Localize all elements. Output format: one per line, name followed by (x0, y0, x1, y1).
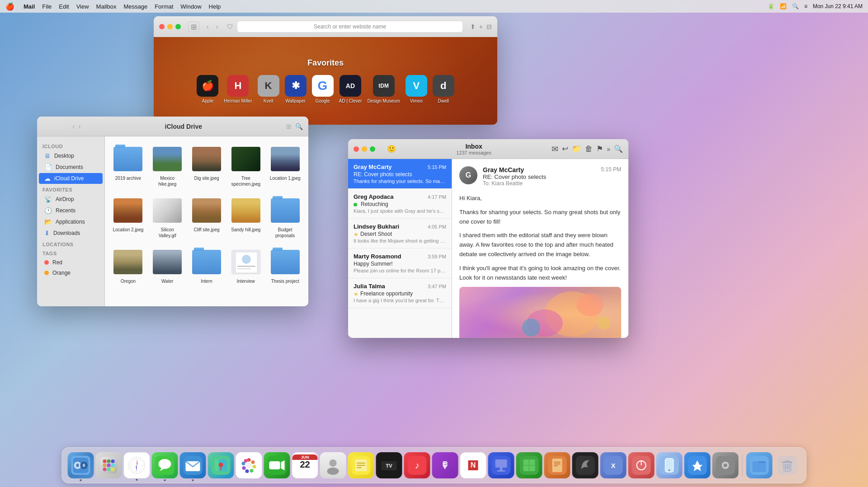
menubar-app-name[interactable]: Mail (24, 3, 35, 10)
dock-sysprefs[interactable] (712, 452, 739, 478)
fav-ad[interactable]: AD AD | Clever (339, 75, 362, 103)
file-dig-site[interactable]: Dig site.jpeg (189, 142, 225, 190)
mail-compose-icon[interactable]: ✉ (552, 144, 558, 154)
dock-safari[interactable] (124, 452, 150, 478)
mail-minimize-button[interactable] (362, 146, 367, 152)
fav-kvell[interactable]: K Kvell (258, 75, 279, 103)
sidebar-item-downloads[interactable]: ⬇ Downloads (39, 228, 103, 239)
finder-back-button[interactable]: ‹ (72, 122, 75, 131)
mail-item-julia[interactable]: Julia Talma 3:47 PM ★ Freelance opportun… (348, 278, 452, 308)
mail-item-gray-mccarty[interactable]: Gray McCarty 5:15 PM RE: Cover photo sel… (348, 159, 452, 189)
mail-item-greg-apodaca[interactable]: Greg Apodaca 4:17 PM Retouching Kiara, I… (348, 189, 452, 219)
menubar-message[interactable]: Message (123, 3, 147, 10)
menubar-window[interactable]: Window (180, 3, 201, 10)
fav-apple[interactable]: 🍎 Apple (197, 75, 218, 103)
dock-messages[interactable] (152, 452, 178, 478)
dock-instrument[interactable] (572, 452, 599, 478)
dock-news[interactable]: N (460, 452, 486, 478)
dock-contacts[interactable] (320, 452, 346, 478)
mail-search-icon[interactable]: 🔍 (614, 145, 623, 153)
fav-herman[interactable]: H Herman Miller (224, 75, 252, 103)
menubar-file[interactable]: File (42, 3, 52, 10)
mail-reply-icon[interactable]: ↩ (562, 144, 568, 154)
safari-zoom-button[interactable] (175, 24, 181, 29)
mail-more-icon[interactable]: » (607, 145, 610, 153)
dock-tv[interactable]: TV (376, 452, 402, 478)
fav-wallpaper[interactable]: ✱ Wallpaper (285, 75, 307, 103)
sidebar-item-applications[interactable]: 📂 Applications (39, 216, 103, 227)
safari-back-button[interactable]: ‹ (205, 22, 211, 31)
file-water[interactable]: Water (150, 245, 185, 287)
file-tree-specimen[interactable]: Tree specimen.jpeg (228, 142, 264, 190)
mail-zoom-button[interactable] (370, 146, 375, 152)
dock-appstore[interactable] (684, 452, 711, 478)
dock-files[interactable] (746, 452, 773, 478)
mail-close-button[interactable] (354, 146, 359, 152)
safari-add-tab-icon[interactable]: + (479, 23, 483, 30)
mail-flag-icon[interactable]: ⚑ (596, 144, 603, 154)
sidebar-item-documents[interactable]: 📄 Documents (39, 162, 103, 173)
mail-item-marty[interactable]: Marty Rosamond 3:59 PM Happy Summer! Ple… (348, 248, 452, 278)
safari-sidebar-icon[interactable]: ⊟ (486, 23, 492, 30)
file-budget[interactable]: Budget proposals (267, 193, 303, 241)
dock-podcasts[interactable]: 🎙 (432, 452, 458, 478)
menubar-help[interactable]: Help (209, 3, 221, 10)
finder-view-toggle[interactable]: ⊞ (286, 123, 292, 130)
finder-minimize-button[interactable] (51, 124, 56, 129)
safari-close-button[interactable] (159, 24, 165, 29)
file-mexico-hike[interactable]: Mexico hike.jpeg (150, 142, 185, 190)
dock-photos[interactable] (236, 452, 262, 478)
dock-calendar[interactable]: JUN 22 (292, 452, 318, 478)
finder-forward-button[interactable]: › (78, 122, 80, 131)
dock-instruments2[interactable] (628, 452, 655, 478)
file-intern[interactable]: Intern (189, 245, 225, 287)
dock-xcode[interactable]: X (600, 452, 627, 478)
search-icon[interactable]: 🔍 (792, 3, 799, 9)
sidebar-tag-red[interactable]: Red (39, 258, 103, 267)
file-interview[interactable]: Interview (228, 245, 264, 287)
dock-simulator[interactable] (656, 452, 683, 478)
finder-close-button[interactable] (42, 124, 48, 129)
menubar-mailbox[interactable]: Mailbox (96, 3, 117, 10)
finder-zoom-button[interactable] (59, 124, 64, 129)
fav-tdm[interactable]: tDM Design Museum (367, 75, 400, 103)
apple-menu-icon[interactable]: 🍎 (5, 2, 14, 11)
menubar-edit[interactable]: Edit (59, 3, 69, 10)
file-silicon-valley[interactable]: Silicon Valley.gif (150, 193, 185, 241)
dock-numbers[interactable] (516, 452, 542, 478)
finder-search-icon[interactable]: 🔍 (295, 123, 303, 130)
mail-item-lindsey[interactable]: Lindsey Bukhari 4:05 PM ★ Desert Shoot I… (348, 219, 452, 248)
dock-notes[interactable] (348, 452, 374, 478)
dock-finder[interactable] (68, 452, 94, 478)
mail-emoji-icon[interactable]: 🙂 (387, 145, 396, 153)
mail-delete-icon[interactable]: 🗑 (585, 145, 593, 154)
sidebar-item-desktop[interactable]: 🖥 Desktop (39, 150, 103, 161)
menubar-view[interactable]: View (76, 3, 89, 10)
sidebar-item-airdrop[interactable]: 📡 AirDrop (39, 194, 103, 205)
file-thesis[interactable]: Thesis project (267, 245, 303, 287)
menubar-format[interactable]: Format (155, 3, 173, 10)
sidebar-item-recents[interactable]: 🕐 Recents (39, 205, 103, 216)
dock-launchpad[interactable] (96, 452, 122, 478)
dock-music[interactable]: ♪ (404, 452, 430, 478)
file-oregon[interactable]: Oregon (110, 245, 146, 287)
file-sandy-hill[interactable]: Sandy hill.jpeg (228, 193, 264, 241)
fav-vimeo[interactable]: V Vimeo (406, 75, 427, 103)
dock-keynote[interactable] (488, 452, 514, 478)
dock-maps[interactable] (208, 452, 234, 478)
dock-mail[interactable] (180, 452, 206, 478)
dock-facetime[interactable] (264, 452, 290, 478)
safari-address-bar[interactable]: Search or enter website name (237, 21, 462, 33)
file-cliff-site[interactable]: Cliff site.jpeg (189, 193, 225, 241)
safari-minimize-button[interactable] (167, 24, 173, 29)
sidebar-item-icloud-drive[interactable]: ☁ iCloud Drive (39, 173, 103, 184)
safari-share-icon[interactable]: ⬆ (470, 23, 476, 30)
sidebar-tag-orange[interactable]: Orange (39, 268, 103, 278)
notification-icon[interactable]: ≡ (804, 3, 807, 9)
file-location1[interactable]: Location 1.jpeg (267, 142, 303, 190)
safari-forward-button[interactable]: › (214, 22, 220, 31)
file-location2[interactable]: Location 2.jpeg (110, 193, 146, 241)
safari-tab-button[interactable]: ⊞ (188, 22, 199, 32)
fav-dwell[interactable]: d Dwell (433, 75, 454, 103)
dock-pages[interactable] (544, 452, 571, 478)
